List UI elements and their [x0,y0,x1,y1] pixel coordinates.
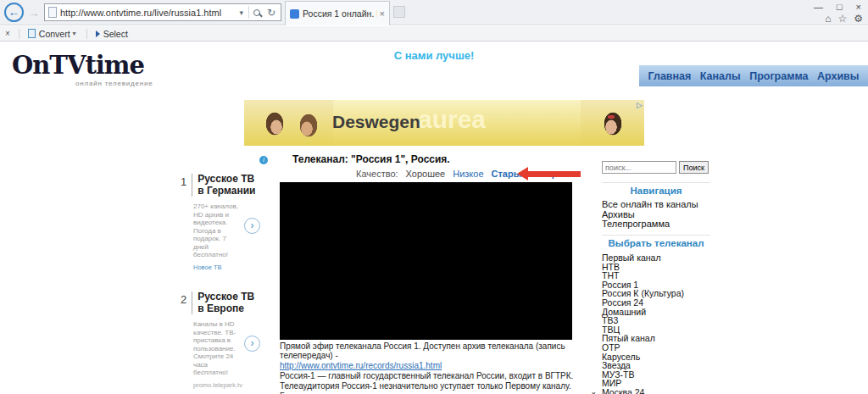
browser-window: ← → http://www.ontvtime.ru/live/russia1.… [0,0,868,394]
chevron-right-icon[interactable]: › [244,218,260,234]
search-icon[interactable] [253,9,260,16]
promo-europe: 2 Русское ТВ в Европе Каналы в HD качест… [181,291,263,389]
convert-icon [28,29,36,38]
site-logo-subtitle: онлайн телевидение [75,80,153,87]
red-arrow-tail [528,171,581,177]
search-input[interactable] [602,161,676,174]
browser-titlebar: ← → http://www.ontvtime.ru/live/russia1.… [0,0,868,25]
tab-title: Россия 1 онлайн. Прямая ... [303,8,377,19]
red-arrow-head [517,167,528,180]
sidebar-nav-link[interactable]: Телепрограмма [602,219,698,230]
address-separator [248,6,249,19]
description-line: Телеаудитория Россия-1 незначительно уст… [280,382,596,391]
promo-title[interactable]: Русское ТВ в Германии [198,174,263,197]
page-favicon-icon [48,7,57,18]
select-button[interactable]: Select [103,29,128,39]
toolbar-close-icon[interactable]: × [5,29,10,38]
video-player[interactable] [280,182,572,340]
quality-label: Качество: [356,169,398,179]
toolbar-separator [86,29,87,39]
ad-headline: Deswegen [332,112,420,132]
promo-link[interactable]: promo.telepark.tv [193,381,263,389]
tab-favicon-icon [290,9,299,19]
channel-link[interactable]: Москва 24 [602,388,684,394]
promo-description: 270+ каналов, HD архив и видеотека. Пого… [193,203,242,259]
channel-list-title: Выбрать телеканал [602,238,710,248]
ad-watermark: aurea [418,105,486,134]
channel-link[interactable]: Россия 24 [602,298,684,308]
url-text[interactable]: http://www.ontvtime.ru/live/russia1.html [60,8,236,18]
toolbar-separator [19,29,19,39]
convert-button[interactable]: Convert [39,29,70,39]
promo-title[interactable]: Русское ТВ в Европе [198,291,263,314]
ad-banner[interactable]: aurea Deswegen ▷ [244,100,644,146]
description-line: Прямой эфир телеканала Россия 1. Доступе… [280,342,596,361]
browser-tab[interactable]: Россия 1 онлайн. Прямая ... × [285,1,390,25]
ad-photo-left [244,100,333,146]
sidebar-divider [602,182,710,183]
adchoices-icon[interactable]: ▷ [637,101,643,109]
browser-quick-icons: ⌂ ☆ ⚙ [825,13,863,25]
promo-description: Каналы в HD качестве. ТВ-приставка в пол… [193,320,242,377]
promo-head: 1 Русское ТВ в Германии [181,174,263,197]
channel-link[interactable]: Первый канал [602,253,684,263]
records-link[interactable]: http://www.ontvtime.ru/records/russia1.h… [280,362,442,371]
new-tab-button[interactable] [393,6,405,18]
sidebar-nav-title: Навигация [602,186,710,196]
forward-icon[interactable]: → [28,6,40,19]
sidebar-divider [602,235,710,236]
description-line: Россия-1 — главный государственный телек… [280,372,596,381]
back-icon[interactable]: ← [4,3,24,22]
sidebar-nav-link[interactable]: Все онлайн тв каналы [602,200,698,210]
settings-gear-icon[interactable]: ⚙ [854,13,863,25]
refresh-icon[interactable]: ↻ [264,7,278,19]
sidebar-nav-links: Все онлайн тв каналыАрхивыТелепрограмма [602,200,698,230]
promo-number: 1 [181,174,192,197]
main-nav-link[interactable]: Главная [648,70,691,82]
chevron-right-icon[interactable]: › [244,336,260,352]
address-dropdown-icon[interactable]: ▾ [236,8,247,17]
address-bar[interactable]: http://www.ontvtime.ru/live/russia1.html… [44,3,281,21]
minimize-icon[interactable]: — [814,2,823,12]
main-nav-link[interactable]: Архивы [817,70,860,82]
search-icon-handle [259,13,263,17]
red-arrow-icon [517,167,581,180]
maximize-icon[interactable]: □ [837,2,843,12]
promo-link[interactable]: Новое ТВ [193,264,263,271]
main-navigation: ГлавнаяКаналыПрограммаАрхивы [639,65,868,86]
tab-close-icon[interactable]: × [380,8,385,19]
promo-germany: 1 Русское ТВ в Германии 270+ каналов, HD… [181,174,263,271]
site-tagline: С нами лучше! [0,49,868,62]
window-controls: — □ × [814,2,861,12]
channel-description: Прямой эфир телеканала Россия 1. Доступе… [280,342,596,394]
favorites-star-icon[interactable]: ☆ [837,13,847,25]
webpage: OnTVtime онлайн телевидение С нами лучше… [0,42,868,394]
channel-list: Первый каналНТВТНТРоссия 1Россия К (Куль… [602,253,684,394]
sidebar-search: Поиск [602,161,709,174]
channel-page-title: Телеканал: "Россия 1", Россия. [292,153,450,165]
info-icon[interactable]: i [259,156,268,164]
search-button[interactable]: Поиск [679,161,709,174]
browser-addon-toolbar: × Convert ▾ Select [0,26,868,42]
main-nav-link[interactable]: Каналы [700,70,741,82]
main-nav-link[interactable]: Программа [749,70,808,82]
promo-head: 2 Русское ТВ в Европе [181,291,263,314]
close-icon[interactable]: × [856,2,861,12]
select-icon [96,31,100,37]
home-icon[interactable]: ⌂ [825,13,831,25]
convert-dropdown-icon[interactable]: ▾ [73,30,76,37]
ad-photo-right [581,100,644,146]
channel-link[interactable]: ОТР [602,343,684,352]
quality-good-link[interactable]: Хорошее [406,169,446,179]
promo-number: 2 [181,291,192,314]
quality-low-link[interactable]: Низкое [453,169,483,179]
